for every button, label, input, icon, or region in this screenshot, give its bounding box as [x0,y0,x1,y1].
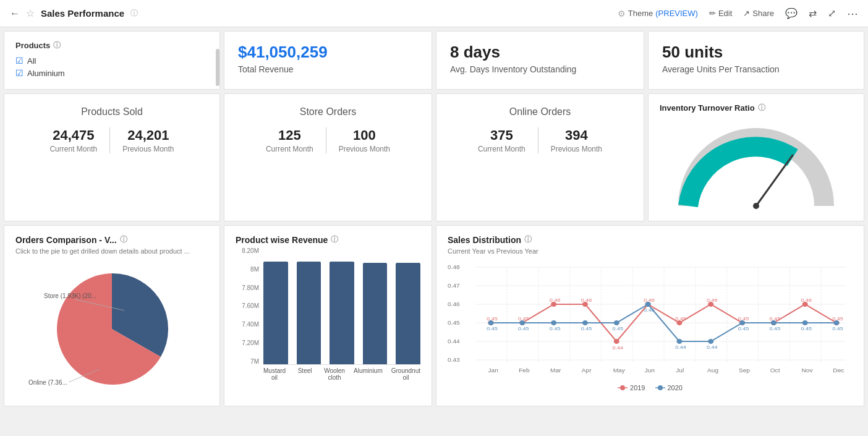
back-button[interactable]: ← [10,8,20,19]
product-revenue-card: Product wise Revenue ⓘ 8.20M 8M 7.80M 7.… [224,225,432,406]
checkbox-all[interactable]: ☑ [15,56,23,66]
svg-text:0.45: 0.45 [770,315,781,321]
svg-point-49 [676,339,682,344]
svg-text:0.45: 0.45 [487,315,498,321]
svg-point-35 [614,339,619,344]
y-label-6: 7M [236,358,259,365]
bar-label-woolen: Woolen cloth [324,367,345,381]
products-previous-label: Previous Month [122,145,174,153]
svg-text:May: May [613,367,625,374]
sales-distribution-card: Sales Distribution ⓘ Current Year vs Pre… [436,225,864,406]
bar-steel [297,262,321,364]
svg-point-1 [753,203,759,209]
line-chart-svg: 0.48 0.47 0.46 0.45 0.44 0.43 [448,261,853,385]
edit-button[interactable]: ✏Edit [709,9,732,18]
filter-panel: Products ⓘ ☑ All ☑ Aluminium [4,31,220,90]
svg-text:Apr: Apr [582,367,592,374]
bar-label-mustard: Mustard oil [263,367,286,381]
product-rev-info: ⓘ [331,234,338,245]
scrollbar[interactable] [216,49,219,86]
svg-text:Mar: Mar [550,367,561,374]
bar-label-steel: Steel [294,367,315,381]
bar-chart-container: 8.20M 8M 7.80M 7.60M 7.40M 7.20M 7M Must… [236,247,420,383]
filter-label-aluminium: Aluminium [27,69,65,78]
store-current-label: Current Month [266,145,313,153]
svg-point-50 [708,339,713,344]
expand-icon[interactable]: ⤢ [828,7,836,19]
gauge-card: Inventory Turnover Ratio ⓘ 0 100 [648,93,864,221]
svg-text:0.46: 0.46 [644,307,655,312]
orders-comparison-card: Orders Comparison - V... ⓘ Click to the … [4,225,220,406]
comment-icon[interactable]: 💬 [785,7,798,19]
svg-text:0.43: 0.43 [448,357,460,363]
gauge-title: Inventory Turnover Ratio ⓘ [660,103,853,113]
filter-item-aluminium[interactable]: ☑ Aluminium [15,68,208,78]
svg-text:0.45: 0.45 [613,325,624,331]
svg-text:0.46: 0.46 [550,297,561,302]
preview-label[interactable]: (PREVIEW) [655,9,698,18]
online-current: 375 [478,127,525,143]
bars-container [263,247,420,365]
online-previous-label: Previous Month [551,145,602,153]
bar-woolen [330,262,354,364]
kpi-revenue-value: $41,050,259 [238,43,418,62]
line-chart-legend: 2019 2020 [448,384,853,391]
products-sold-title: Products Sold [11,106,213,118]
bar-mustard [263,262,288,364]
y-label-3: 7.60M [236,302,259,309]
share-button[interactable]: ↗Share [743,9,774,18]
favorite-icon[interactable]: ☆ [26,7,35,19]
store-orders-title: Store Orders [231,106,425,118]
products-current-label: Current Month [49,145,97,153]
svg-text:0.45: 0.45 [738,315,749,321]
pie-chart[interactable]: Store (1.93K) (20... Online (7.36... [25,261,198,397]
svg-text:0.44: 0.44 [613,344,624,350]
filter-info-icon: ⓘ [53,40,61,51]
svg-text:0.45: 0.45 [487,325,498,331]
gauge-info-icon: ⓘ [758,103,765,113]
svg-text:Feb: Feb [519,367,529,374]
legend-2020: 2020 [668,384,683,391]
svg-text:Nov: Nov [802,367,813,374]
checkbox-aluminium[interactable]: ☑ [15,68,23,78]
bar-x-labels: Mustard oil Steel Woolen cloth Aluminium… [263,367,420,381]
svg-text:0.46: 0.46 [707,297,718,302]
online-orders-title: Online Orders [443,106,637,118]
orders-comp-info: ⓘ [120,234,127,245]
store-orders-card: Store Orders 125 Current Month 100 Previ… [224,93,432,221]
svg-text:0.45: 0.45 [448,320,460,326]
store-previous: 100 [339,127,390,143]
filter-item-all[interactable]: ☑ All [15,56,208,66]
svg-text:0.44: 0.44 [707,344,718,349]
y-label-4: 7.40M [236,321,259,328]
kpi-days-value: 8 days [450,43,630,62]
svg-text:0.45: 0.45 [675,315,686,321]
svg-text:Oct: Oct [770,367,780,374]
svg-text:Sep: Sep [739,367,750,374]
svg-text:0.46: 0.46 [644,297,655,302]
online-orders-card: Online Orders 375 Current Month 394 Prev… [436,93,644,221]
theme-section[interactable]: ⚙ Theme (PREVIEW) [618,9,698,19]
svg-text:0.46: 0.46 [448,301,460,307]
kpi-total-revenue: $41,050,259 Total Revenue [224,31,432,90]
svg-text:0: 0 [683,211,687,212]
collab-icon[interactable]: ⇄ [809,7,817,19]
kpi-units-value: 50 units [662,43,850,62]
bar-groundnut [396,263,420,364]
svg-text:0.44: 0.44 [675,344,686,349]
products-previous: 24,201 [122,127,174,143]
online-current-label: Current Month [478,145,525,153]
orders-comparison-title: Orders Comparison - V... ⓘ [15,234,208,245]
sales-dist-info: ⓘ [524,234,532,245]
more-icon[interactable]: ⋯ [847,7,858,20]
svg-text:0.45: 0.45 [832,315,843,321]
bar-label-groundnut: Groundnut oil [391,367,420,381]
y-label-5: 7.20M [236,340,259,346]
y-label-2: 7.80M [236,284,259,291]
svg-text:0.47: 0.47 [448,283,460,289]
filter-title: Products ⓘ [15,40,208,51]
kpi-days-label: Avg. Days Inventory Outstanding [450,64,630,74]
filter-label-all: All [27,56,36,66]
top-bar: ← ☆ Sales Performance ⓘ ⚙ Theme (PREVIEW… [0,0,868,27]
store-current: 125 [266,127,313,143]
